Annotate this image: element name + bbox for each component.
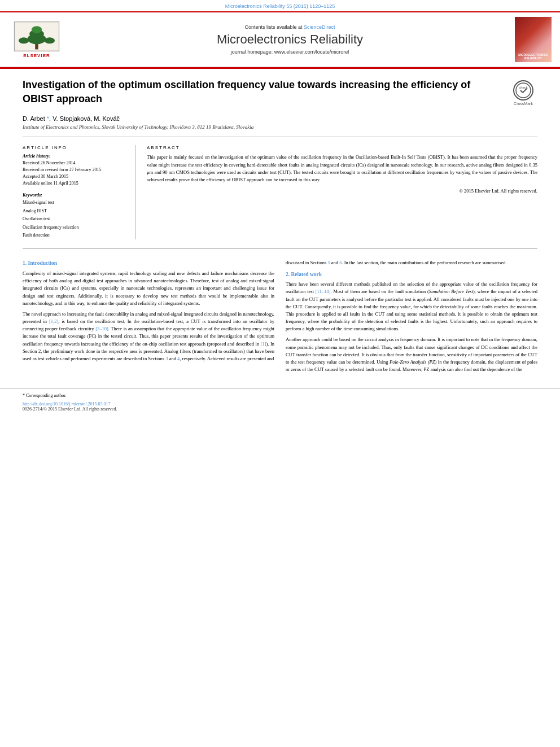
column-right: discussed in Sections 5 and 6. In the la… [286, 259, 537, 377]
footer-links: http://dx.doi.org/10.1016/j.microrel.201… [23, 401, 537, 407]
abstract-column: ABSTRACT This paper is mainly focused on… [147, 145, 537, 239]
ref-3[interactable]: 3 [165, 356, 168, 361]
info-abstract-section: ARTICLE INFO Article history: Received 2… [0, 141, 560, 244]
journal-header-center: Contents lists available at ScienceDirec… [68, 17, 512, 62]
ref-6[interactable]: 6 [339, 260, 342, 265]
keywords-list: Mixed-signal test Analog BIST Oscillatio… [23, 199, 127, 239]
pz-italic: Pole-Zero Analysis (PZ) [390, 359, 436, 365]
page-footer: * Corresponding author. http://dx.doi.or… [0, 388, 560, 414]
keyword-1: Mixed-signal test [23, 199, 127, 207]
article-title-section: Investigation of the optimum oscillation… [0, 69, 560, 112]
author-list: D. Arbet *, V. Stopjaková, M. Kováč [23, 115, 537, 122]
main-content: 1. Introduction Complexity of mixed-sign… [0, 254, 560, 382]
doi-link[interactable]: http://dx.doi.org/10.1016/j.microrel.201… [23, 401, 111, 407]
section-1-heading: 1. Introduction [23, 259, 274, 268]
svg-point-4 [32, 26, 42, 33]
ref-1-2[interactable]: [1,2] [49, 318, 58, 324]
journal-header: ELSEVIER Contents lists available at Sci… [0, 11, 560, 67]
elsevier-wordmark: ELSEVIER [23, 53, 50, 58]
ref-5[interactable]: 5 [327, 260, 330, 265]
and-connector: and [331, 260, 338, 265]
accepted-date: Accepted 30 March 2015 [23, 173, 127, 180]
related-work-paragraph-2: Another approach could be based on the c… [286, 336, 537, 373]
crossmark-label: CrossMark [514, 102, 533, 106]
copyright-notice: © 2015 Elsevier Ltd. All rights reserved… [147, 188, 537, 194]
svg-point-5 [19, 37, 29, 43]
abstract-heading: ABSTRACT [147, 145, 537, 150]
svg-point-6 [45, 37, 55, 43]
divider-after-abstract [23, 248, 537, 249]
journal-homepage: journal homepage: www.elsevier.com/locat… [231, 49, 349, 55]
corresponding-author-note: * Corresponding author. [23, 393, 537, 398]
elsevier-logo-svg [11, 21, 62, 52]
svg-line-11 [523, 89, 527, 93]
revised-date: Received in revised form 27 February 201… [23, 167, 127, 173]
intro-paragraph-2: The novel approach to increasing the fau… [23, 311, 274, 362]
abstract-text: This paper is mainly focused on the inve… [147, 154, 537, 184]
keyword-4: Oscillation frequency selection [23, 224, 127, 231]
keyword-3: Oscillation test [23, 215, 127, 223]
keywords-label: Keywords: [23, 193, 127, 198]
elsevier-logo-area: ELSEVIER [6, 17, 68, 62]
crossmark-icon: check [513, 80, 533, 101]
ref-1[interactable]: [1] [261, 341, 266, 347]
svg-text:check: check [519, 86, 528, 89]
svg-point-8 [516, 83, 531, 98]
section-2-heading: 2. Related work [286, 270, 537, 279]
journal-cover-image: MICROELECTRONICS RELIABILITY [515, 17, 552, 62]
ref-11-14[interactable]: [11–14] [316, 289, 331, 294]
sim-italic: Simulation Before Test [429, 289, 473, 294]
author-affiliation: Institute of Electronics and Photonics, … [23, 124, 537, 130]
related-work-paragraph-1: There have been several different method… [286, 281, 537, 333]
received-date: Received 26 November 2014 [23, 160, 127, 167]
ref-4[interactable]: 4 [177, 356, 180, 361]
sciencedirect-link[interactable]: ScienceDirect [304, 24, 335, 30]
right-col-intro: discussed in Sections 5 and 6. In the la… [286, 259, 537, 267]
journal-reference: Microelectronics Reliability 55 (2015) 1… [0, 0, 560, 11]
sciencedirect-line: Contents lists available at ScienceDirec… [244, 24, 335, 30]
article-title: Investigation of the optimum oscillation… [23, 78, 504, 106]
authors-section: D. Arbet *, V. Stopjaková, M. Kováč Inst… [0, 112, 560, 133]
article-info-heading: ARTICLE INFO [23, 145, 127, 150]
keyword-5: Fault detection [23, 231, 127, 239]
intro-paragraph-1: Complexity of mixed-signal integrated sy… [23, 270, 274, 307]
keyword-2: Analog BIST [23, 207, 127, 215]
journal-title: Microelectronics Reliability [217, 32, 363, 47]
available-online-date: Available online 11 April 2015 [23, 180, 127, 187]
footer-issn: 0026-2714/© 2015 Elsevier Ltd. All right… [23, 407, 537, 412]
author-arbet: D. Arbet [23, 115, 47, 122]
article-info-column: ARTICLE INFO Article history: Received 2… [23, 145, 135, 239]
ref-2-10[interactable]: [2–10] [95, 326, 108, 331]
journal-thumbnail: MICROELECTRONICS RELIABILITY [512, 17, 554, 62]
crossmark-badge[interactable]: check CrossMark [509, 80, 537, 106]
column-left: 1. Introduction Complexity of mixed-sign… [23, 259, 274, 377]
article-history-label: Article history: [23, 154, 127, 159]
divider-after-authors [23, 137, 537, 137]
